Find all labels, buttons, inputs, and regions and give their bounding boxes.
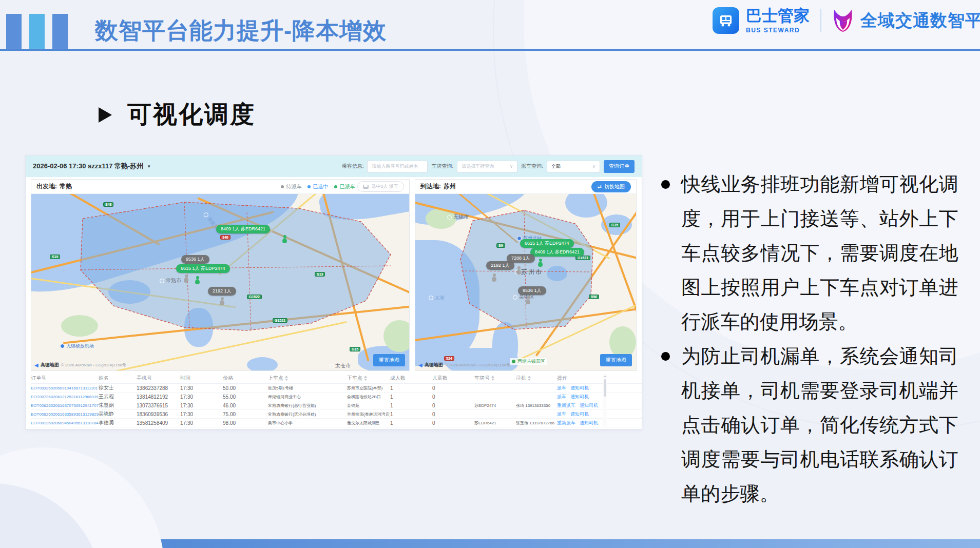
column-label: 车牌号 (474, 375, 490, 382)
switch-map-button[interactable]: ⇄ 切换地图 (591, 181, 631, 192)
actions-cell: 重新派车 通知司机 (557, 420, 601, 426)
dropoff-point: 雅戈尔太阳城湖邑 (347, 420, 390, 426)
vehicle-badge[interactable]: 2192 1人 (208, 287, 236, 296)
column-header[interactable]: 时间 (180, 375, 223, 382)
column-label: 成人数 (390, 375, 406, 382)
column-header[interactable]: 上车点 (268, 375, 347, 382)
column-header[interactable]: 姓名 (99, 375, 137, 382)
plate-select[interactable]: 请选择车牌查询 ∨ (457, 161, 517, 172)
notify-driver-link[interactable]: 通知司机 (570, 385, 589, 392)
table-scrollbar[interactable]: ▲ (603, 374, 607, 426)
notify-driver-link[interactable]: 通知司机 (570, 411, 589, 418)
notify-driver-link[interactable]: 通知司机 (580, 402, 598, 409)
dispatch-action-link[interactable]: 重新派车 (557, 402, 575, 409)
vehicle-badge[interactable]: 8409 1人 苏EDR6421 (216, 225, 270, 233)
bus-icon (363, 185, 369, 189)
notify-driver-link[interactable]: 通知司机 (570, 394, 589, 400)
platform-logo-icon (832, 8, 854, 33)
order-number-link[interactable]: EOT00126020609450495613110784 (31, 421, 99, 425)
column-header[interactable]: 成人数 (390, 375, 432, 382)
scrollbar-thumb[interactable] (604, 379, 606, 397)
price-cell: 55.00 (223, 394, 268, 400)
reset-map-button[interactable]: 重置地图 (373, 354, 405, 366)
vehicle-badge[interactable]: 6615 1人 苏EDP2474 (520, 239, 574, 248)
dispatch-selected-button[interactable]: 选中0人 派车 (357, 181, 404, 192)
actions-cell: 派车 通知司机 (557, 411, 601, 418)
arrival-map-panel: 到达地: 苏州 ⇄ 切换地图 (415, 179, 637, 371)
column-header[interactable]: 价格 (223, 375, 268, 382)
vehicle-badge[interactable]: 8409 1人 苏EDR6421 (530, 248, 584, 257)
person-pin-icon[interactable] (516, 266, 522, 275)
dispatch-query-select[interactable]: 全部 ∨ (547, 161, 600, 172)
header-divider (0, 49, 980, 51)
dispatch-action-link[interactable]: 派车 (557, 411, 566, 418)
sort-icon[interactable] (364, 376, 367, 381)
dropoff-point: 兰州拉面(奥林运河湾店) (347, 412, 390, 417)
reset-map-button[interactable]: 重置地图 (600, 354, 632, 366)
passenger-label: 乘客信息: (342, 163, 364, 170)
scroll-up-icon: ▲ (604, 374, 607, 378)
road-shield: G15 (609, 223, 620, 227)
departure-map[interactable]: S48 346 S19 S13 G1522 G1521 G15 (31, 194, 409, 370)
order-number-link[interactable]: EOT00626020616370730912941707 (31, 403, 99, 408)
maps-row: 出发地: 常熟 待派车 已选中 (26, 177, 642, 373)
dispatch-action-link[interactable]: 派车 (557, 385, 566, 392)
poi-icon (160, 279, 164, 283)
column-header[interactable]: 儿童数 (432, 375, 474, 382)
map-place-label: 无锡硕放机场 (60, 343, 94, 349)
legend-item[interactable]: 已派车 (334, 183, 355, 190)
person-pin-icon[interactable] (183, 275, 189, 283)
poi-icon (60, 344, 65, 348)
order-number-link[interactable]: EOT00326020609104168713111101 (31, 386, 99, 390)
phone-number: 13073376615 (137, 403, 180, 408)
vehicle-badge[interactable]: 2192 1人 (486, 261, 514, 270)
trip-selector[interactable]: 2026-02-06 17:30 szzx117 常熟-苏州 ▼ (33, 162, 151, 171)
bottom-accent-bar (61, 539, 980, 548)
vehicle-badge[interactable]: 9536 1人 (181, 255, 209, 264)
header-bar-1 (6, 14, 22, 49)
person-pin-icon[interactable] (219, 297, 225, 305)
notify-driver-link[interactable]: 通知司机 (580, 420, 598, 426)
phone-number: 13581258409 (137, 420, 180, 426)
price-cell: 50.00 (223, 385, 268, 391)
legend-item[interactable]: 已选中 (308, 183, 328, 190)
column-header[interactable]: 订单号 (31, 375, 99, 382)
road-shield: 346 (220, 235, 230, 240)
column-header[interactable]: 司机 (516, 375, 557, 382)
map-place-label: 西塘古镇景区 (510, 358, 547, 365)
arrival-map[interactable]: S9 G15 G1521 556 524 无锡市 (415, 194, 636, 370)
sort-icon[interactable] (285, 376, 288, 381)
vehicle-badge[interactable]: 6615 1人 苏EDP2474 (176, 264, 230, 273)
person-pin-icon[interactable] (282, 235, 287, 243)
query-orders-button[interactable]: 查询订单 (604, 160, 635, 173)
road-shield: S9 (496, 243, 505, 248)
sort-icon[interactable] (491, 376, 494, 381)
map-place-label: 太湖 (429, 295, 444, 301)
column-header[interactable]: 手机号 (137, 375, 180, 382)
header-bar-2 (29, 14, 45, 49)
person-pin-icon[interactable] (491, 273, 497, 282)
passenger-search-input[interactable] (367, 161, 428, 172)
dispatch-action-link[interactable]: 重新派车 (557, 420, 575, 426)
dispatch-action-link[interactable]: 派车 (557, 394, 566, 400)
vehicle-badge[interactable]: 9536 1人 (518, 286, 546, 295)
road-shield: 524 (444, 356, 454, 361)
column-header[interactable]: 车牌号 (474, 375, 516, 382)
presentation-slide: 数智平台能力提升-降本增效 巴士管家 BUS STEWARD (0, 0, 980, 548)
bullet-dot-icon (661, 180, 670, 189)
lake (547, 266, 567, 281)
order-number-link[interactable]: EOT00726020612125216112966039 (31, 395, 99, 399)
order-number-link[interactable]: EOT00626020616335893613129829 (31, 412, 99, 417)
time-cell: 17:30 (180, 412, 223, 417)
road-shield: G15 (350, 347, 360, 351)
departure-map-header: 出发地: 常熟 待派车 已选中 (31, 180, 409, 194)
legend-item[interactable]: 待派车 (281, 183, 301, 190)
pickup-point: 常熟农商银行(滨泾分理处) (268, 412, 347, 417)
column-header[interactable]: 操作 (557, 375, 601, 382)
person-pin-icon[interactable] (195, 276, 200, 284)
map-copyright: © 2026 AutoNavi - GS(2024)1158号 (445, 362, 510, 368)
person-pin-icon[interactable] (537, 259, 543, 267)
sort-icon[interactable] (528, 376, 531, 381)
person-pin-icon[interactable] (525, 296, 531, 304)
column-header[interactable]: 下车点 (347, 375, 390, 382)
